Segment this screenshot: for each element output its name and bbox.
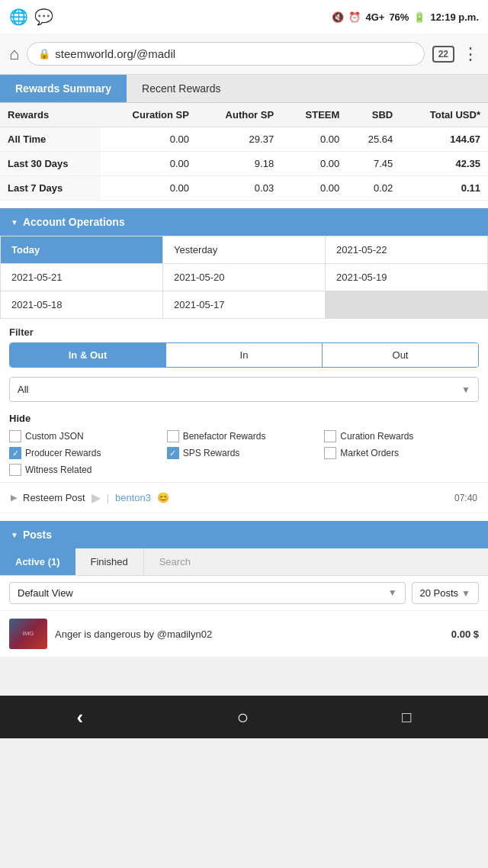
default-view-dropdown[interactable]: Default View ▼ xyxy=(9,582,406,604)
status-right-info: 🔇 ⏰ 4G+ 76% 🔋 12:19 p.m. xyxy=(332,11,479,23)
checkbox-curation-rewards[interactable]: Curation Rewards xyxy=(324,430,479,442)
hide-section: Hide Custom JSON Benefactor Rewards Cura… xyxy=(0,407,488,482)
nav-recent-button[interactable]: □ xyxy=(402,709,411,726)
address-bar[interactable]: 🔒 steemworld.org/@madil xyxy=(27,42,424,66)
checkbox-box-producer-rewards[interactable]: ✓ xyxy=(9,447,21,459)
lock-icon: 🔒 xyxy=(38,48,50,59)
checkbox-box-custom-json[interactable] xyxy=(9,430,21,442)
checkbox-label-benefactor-rewards: Benefactor Rewards xyxy=(183,431,266,442)
checkbox-producer-rewards[interactable]: ✓ Producer Rewards xyxy=(9,447,164,459)
cell-alltime-sbd: 25.64 xyxy=(347,127,400,152)
row-label-7days: Last 7 Days xyxy=(0,176,101,201)
date-2021-05-17[interactable]: 2021-05-17 xyxy=(163,291,325,318)
nav-back-button[interactable]: ‹ xyxy=(77,706,84,729)
bottom-navigation: ‹ ○ □ xyxy=(0,696,488,738)
checkbox-box-benefactor-rewards[interactable] xyxy=(167,430,179,442)
posts-count-dropdown[interactable]: 20 Posts ▼ xyxy=(412,582,479,604)
cell-alltime-steem: 0.00 xyxy=(281,127,347,152)
posts-tabs: Active (1) Finished Search xyxy=(0,548,488,576)
date-2021-05-19[interactable]: 2021-05-19 xyxy=(326,264,487,291)
resteem-play-icon[interactable]: ▶ xyxy=(92,490,101,505)
resteem-label: Resteem Post xyxy=(23,492,85,503)
checkbox-custom-json[interactable]: Custom JSON xyxy=(9,430,164,442)
signal-strength: 4G+ xyxy=(365,11,384,23)
globe-icon: 🌐 xyxy=(9,8,28,26)
cell-alltime-curation: 0.00 xyxy=(101,127,197,152)
posts-header: ▼ Posts xyxy=(0,521,488,548)
filter-in[interactable]: In xyxy=(165,343,322,367)
col-rewards: Rewards xyxy=(0,103,101,127)
resteem-emoji: 😊 xyxy=(157,492,169,503)
browser-menu-icon[interactable]: ⋮ xyxy=(462,44,479,64)
all-dropdown-label: All xyxy=(18,384,28,395)
post-thumbnail: IMG xyxy=(9,619,47,649)
filter-label: Filter xyxy=(9,326,479,338)
url-text: steemworld.org/@madil xyxy=(55,47,175,60)
cell-7days-steem: 0.00 xyxy=(281,176,347,201)
cell-7days-total: 0.11 xyxy=(400,176,488,201)
resteem-expand-icon[interactable]: ▶ xyxy=(11,493,17,503)
tab-search-posts[interactable]: Search xyxy=(144,548,488,575)
checkbox-grid: Custom JSON Benefactor Rewards Curation … xyxy=(9,430,479,476)
filter-buttons: In & Out In Out xyxy=(9,342,479,368)
checkbox-box-witness-related[interactable] xyxy=(9,464,21,476)
checkbox-label-market-orders: Market Orders xyxy=(340,448,399,458)
main-content: Rewards Summary Recent Rewards Rewards C… xyxy=(0,75,488,657)
checkbox-box-sps-rewards[interactable]: ✓ xyxy=(167,447,179,459)
content-spacer xyxy=(0,657,488,673)
nav-home-button[interactable]: ○ xyxy=(236,706,249,729)
browser-bar: ⌂ 🔒 steemworld.org/@madil 22 ⋮ xyxy=(0,34,488,75)
checkbox-label-producer-rewards: Producer Rewards xyxy=(25,448,101,458)
tab-count[interactable]: 22 xyxy=(432,46,454,63)
status-left-icons: 🌐 💬 xyxy=(9,8,53,26)
content-spacer2 xyxy=(0,673,488,688)
col-total-usd: Total USD* xyxy=(400,103,488,127)
checkbox-label-custom-json: Custom JSON xyxy=(25,431,84,442)
cell-alltime-author: 29.37 xyxy=(197,127,281,152)
date-today[interactable]: Today xyxy=(1,236,162,263)
resteem-username[interactable]: benton3 xyxy=(115,492,151,503)
all-dropdown[interactable]: All ▼ xyxy=(9,377,479,402)
table-row: Last 30 Days 0.00 9.18 0.00 7.45 42.35 xyxy=(0,152,488,176)
whatsapp-icon: 💬 xyxy=(34,8,53,26)
filter-out[interactable]: Out xyxy=(322,343,478,367)
battery-icon: 🔋 xyxy=(413,11,425,23)
tab-finished-posts[interactable]: Finished xyxy=(75,548,144,575)
checkbox-market-orders[interactable]: Market Orders xyxy=(324,447,479,459)
tab-rewards-summary[interactable]: Rewards Summary xyxy=(0,75,127,102)
post-thumb-image: IMG xyxy=(22,630,34,638)
resteem-time: 07:40 xyxy=(454,493,477,503)
account-operations-header: ▼ Account Operations xyxy=(0,208,488,236)
date-2021-05-18[interactable]: 2021-05-18 xyxy=(1,291,162,318)
date-yesterday[interactable]: Yesterday xyxy=(163,236,325,263)
row-label-30days: Last 30 Days xyxy=(0,152,101,176)
post-item[interactable]: IMG Anger is dangerous by @madilyn02 0.0… xyxy=(0,611,488,657)
checkbox-benefactor-rewards[interactable]: Benefactor Rewards xyxy=(167,430,322,442)
tab-recent-rewards[interactable]: Recent Rewards xyxy=(127,75,236,102)
count-chevron-icon: ▼ xyxy=(461,588,470,599)
posts-title: Posts xyxy=(23,529,52,541)
checkbox-box-curation-rewards[interactable] xyxy=(324,430,336,442)
posts-count-label: 20 Posts xyxy=(420,587,459,599)
resteem-separator: | xyxy=(107,492,109,503)
cell-30days-steem: 0.00 xyxy=(281,152,347,176)
posts-collapse-icon[interactable]: ▼ xyxy=(11,531,18,539)
home-icon[interactable]: ⌂ xyxy=(9,44,19,64)
col-author-sp: Author SP xyxy=(197,103,281,127)
tab-active-posts[interactable]: Active (1) xyxy=(0,548,75,575)
checkbox-sps-rewards[interactable]: ✓ SPS Rewards xyxy=(167,447,322,459)
collapse-icon[interactable]: ▼ xyxy=(11,218,18,227)
checkbox-box-market-orders[interactable] xyxy=(324,447,336,459)
date-2021-05-20[interactable]: 2021-05-20 xyxy=(163,264,325,291)
cell-30days-sbd: 7.45 xyxy=(347,152,400,176)
checkbox-witness-related[interactable]: Witness Related xyxy=(9,464,164,476)
post-value: 0.00 $ xyxy=(451,628,479,640)
date-2021-05-21[interactable]: 2021-05-21 xyxy=(1,264,162,291)
post-title: Anger is dangerous by @madilyn02 xyxy=(55,628,444,640)
default-view-label: Default View xyxy=(18,587,73,599)
date-2021-05-22[interactable]: 2021-05-22 xyxy=(326,236,487,263)
cell-alltime-total: 144.67 xyxy=(400,127,488,152)
status-bar: 🌐 💬 🔇 ⏰ 4G+ 76% 🔋 12:19 p.m. xyxy=(0,0,488,34)
checkbox-label-witness-related: Witness Related xyxy=(25,465,92,475)
filter-in-out[interactable]: In & Out xyxy=(10,343,165,367)
